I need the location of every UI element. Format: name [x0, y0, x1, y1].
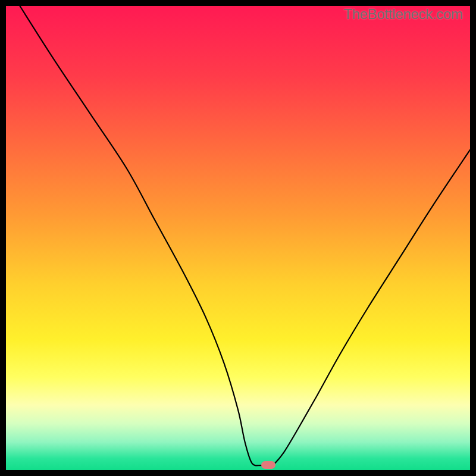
watermark-text: TheBottleneck.com: [344, 6, 463, 23]
optimum-marker: [261, 461, 275, 469]
chart-frame: TheBottleneck.com: [6, 6, 470, 470]
chart-plot: [6, 6, 470, 470]
chart-background: [6, 6, 470, 470]
